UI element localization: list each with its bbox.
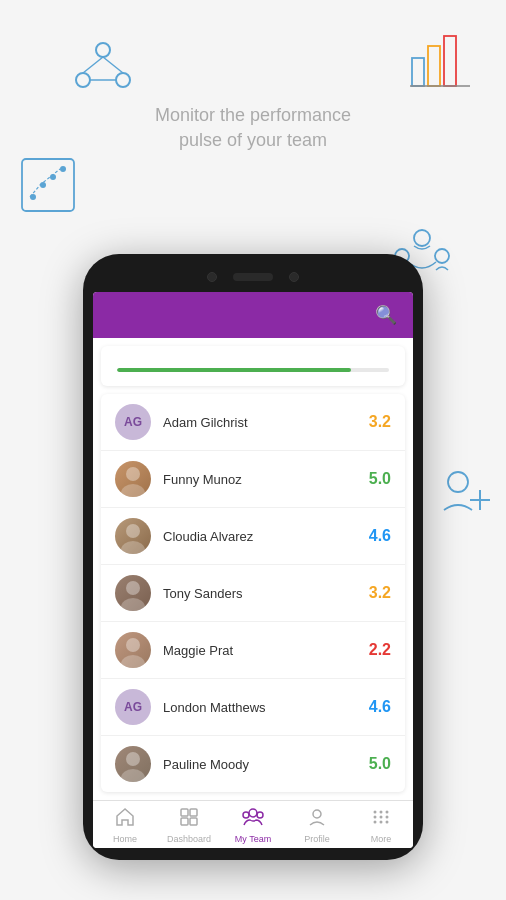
svg-point-30 bbox=[121, 769, 145, 782]
svg-point-24 bbox=[121, 541, 145, 554]
svg-point-15 bbox=[414, 230, 430, 246]
app-header: 🔍 bbox=[93, 292, 413, 338]
nav-label-profile: Profile bbox=[304, 834, 330, 844]
home-icon bbox=[115, 807, 135, 832]
phone-body: 🔍 AG Adam Gilchrist 3.2 bbox=[83, 254, 423, 860]
profile-icon bbox=[307, 807, 327, 832]
phone-screen: 🔍 AG Adam Gilchrist 3.2 bbox=[93, 292, 413, 848]
team-member-row[interactable]: Pauline Moody 5.0 bbox=[101, 736, 405, 792]
member-score: 4.6 bbox=[369, 698, 391, 716]
svg-point-40 bbox=[380, 816, 383, 819]
nav-label-home: Home bbox=[113, 834, 137, 844]
svg-point-37 bbox=[257, 812, 263, 818]
svg-point-23 bbox=[126, 524, 140, 538]
search-button[interactable]: 🔍 bbox=[375, 304, 397, 326]
svg-rect-31 bbox=[181, 809, 188, 816]
member-name: Cloudia Alvarez bbox=[163, 529, 369, 544]
team-member-row[interactable]: Funny Munoz 5.0 bbox=[101, 451, 405, 508]
score-bar-background bbox=[117, 368, 389, 372]
dashboard-icon bbox=[179, 807, 199, 832]
svg-point-25 bbox=[126, 581, 140, 595]
nav-item-home[interactable]: Home bbox=[93, 807, 157, 844]
svg-point-42 bbox=[374, 811, 377, 814]
avatar bbox=[115, 461, 151, 497]
team-member-row[interactable]: Maggie Prat 2.2 bbox=[101, 622, 405, 679]
member-score: 5.0 bbox=[369, 470, 391, 488]
member-name: London Matthews bbox=[163, 700, 369, 715]
nav-label-myteam: My Team bbox=[235, 834, 271, 844]
page-header: Monitor the performancepulse of your tea… bbox=[0, 0, 506, 153]
page-subtitle: Monitor the performancepulse of your tea… bbox=[0, 103, 506, 153]
nav-label-dashboard: Dashboard bbox=[167, 834, 211, 844]
member-score: 3.2 bbox=[369, 584, 391, 602]
svg-point-29 bbox=[126, 752, 140, 766]
svg-rect-34 bbox=[190, 818, 197, 825]
member-score: 2.2 bbox=[369, 641, 391, 659]
avatar bbox=[115, 746, 151, 782]
avatar bbox=[115, 632, 151, 668]
svg-point-45 bbox=[374, 821, 377, 824]
svg-point-17 bbox=[435, 249, 449, 263]
avatar bbox=[115, 518, 151, 554]
svg-point-43 bbox=[380, 811, 383, 814]
phone-mockup: 🔍 AG Adam Gilchrist 3.2 bbox=[83, 254, 423, 860]
avatar bbox=[115, 575, 151, 611]
svg-point-27 bbox=[126, 638, 140, 652]
svg-point-39 bbox=[374, 816, 377, 819]
team-member-row[interactable]: AG London Matthews 4.6 bbox=[101, 679, 405, 736]
avatar: AG bbox=[115, 689, 151, 725]
svg-point-14 bbox=[60, 166, 66, 172]
team-member-row[interactable]: Cloudia Alvarez 4.6 bbox=[101, 508, 405, 565]
member-score: 3.2 bbox=[369, 413, 391, 431]
member-name: Pauline Moody bbox=[163, 757, 369, 772]
myteam-icon bbox=[242, 807, 264, 832]
svg-rect-33 bbox=[181, 818, 188, 825]
team-list: AG Adam Gilchrist 3.2 Funny Munoz 5.0 Cl… bbox=[101, 394, 405, 792]
svg-point-21 bbox=[126, 467, 140, 481]
nav-item-myteam[interactable]: My Team bbox=[221, 807, 285, 844]
svg-point-22 bbox=[121, 484, 145, 497]
svg-point-38 bbox=[313, 810, 321, 818]
nav-item-dashboard[interactable]: Dashboard bbox=[157, 807, 221, 844]
deco-add-user-icon bbox=[436, 460, 496, 520]
more-icon bbox=[371, 807, 391, 832]
phone-camera-2 bbox=[289, 272, 299, 282]
score-card bbox=[101, 346, 405, 386]
member-name: Tony Sanders bbox=[163, 586, 369, 601]
team-member-row[interactable]: AG Adam Gilchrist 3.2 bbox=[101, 394, 405, 451]
nav-item-profile[interactable]: Profile bbox=[285, 807, 349, 844]
svg-point-18 bbox=[448, 472, 468, 492]
nav-item-more[interactable]: More bbox=[349, 807, 413, 844]
svg-point-41 bbox=[386, 816, 389, 819]
member-name: Funny Munoz bbox=[163, 472, 369, 487]
phone-camera bbox=[207, 272, 217, 282]
svg-point-44 bbox=[386, 811, 389, 814]
phone-top-bar bbox=[93, 272, 413, 282]
svg-rect-32 bbox=[190, 809, 197, 816]
avatar: AG bbox=[115, 404, 151, 440]
member-score: 5.0 bbox=[369, 755, 391, 773]
deco-scatter-icon bbox=[18, 155, 78, 215]
svg-point-35 bbox=[249, 809, 257, 817]
svg-point-28 bbox=[121, 655, 145, 668]
svg-point-26 bbox=[121, 598, 145, 611]
member-score: 4.6 bbox=[369, 527, 391, 545]
team-member-row[interactable]: Tony Sanders 3.2 bbox=[101, 565, 405, 622]
phone-speaker bbox=[233, 273, 273, 281]
bottom-nav: Home Dashboard My Team Profile More bbox=[93, 800, 413, 848]
nav-label-more: More bbox=[371, 834, 392, 844]
svg-point-46 bbox=[380, 821, 383, 824]
member-name: Adam Gilchrist bbox=[163, 415, 369, 430]
svg-rect-10 bbox=[22, 159, 74, 211]
svg-point-11 bbox=[30, 194, 36, 200]
score-bar-fill bbox=[117, 368, 351, 372]
svg-point-36 bbox=[243, 812, 249, 818]
member-name: Maggie Prat bbox=[163, 643, 369, 658]
svg-point-47 bbox=[386, 821, 389, 824]
